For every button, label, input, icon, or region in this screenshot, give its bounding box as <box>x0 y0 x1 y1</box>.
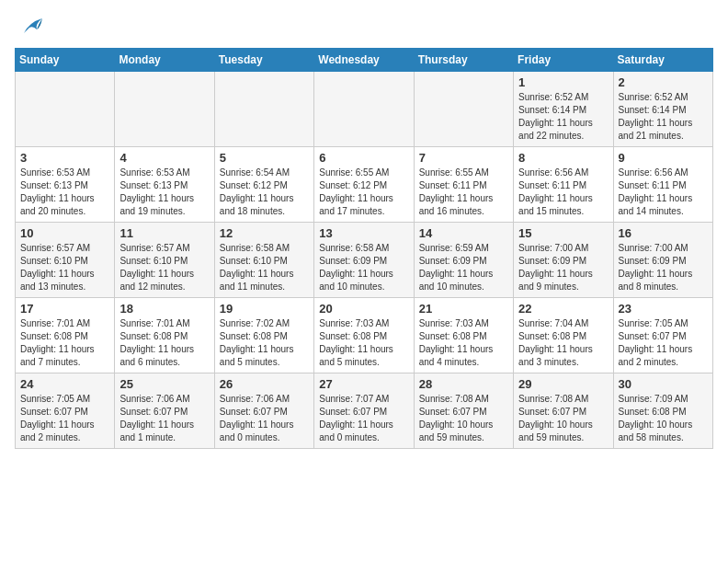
day-number: 23 <box>619 302 708 316</box>
day-number: 12 <box>220 226 309 240</box>
day-cell: 15Sunrise: 7:00 AM Sunset: 6:09 PM Dayli… <box>514 223 613 298</box>
calendar-table: SundayMondayTuesdayWednesdayThursdayFrid… <box>15 48 713 449</box>
day-info: Sunrise: 7:08 AM Sunset: 6:07 PM Dayligh… <box>518 393 608 444</box>
day-number: 21 <box>419 302 508 316</box>
day-cell <box>115 72 214 147</box>
day-cell: 22Sunrise: 7:04 AM Sunset: 6:08 PM Dayli… <box>514 298 613 373</box>
day-number: 25 <box>119 377 209 391</box>
day-number: 24 <box>20 377 109 391</box>
header-row: SundayMondayTuesdayWednesdayThursdayFrid… <box>16 49 713 72</box>
day-cell: 1Sunrise: 6:52 AM Sunset: 6:14 PM Daylig… <box>514 72 613 147</box>
day-number: 26 <box>220 377 309 391</box>
day-cell: 3Sunrise: 6:53 AM Sunset: 6:13 PM Daylig… <box>16 147 115 223</box>
day-info: Sunrise: 7:05 AM Sunset: 6:07 PM Dayligh… <box>619 317 708 369</box>
logo-bird-icon <box>17 15 44 40</box>
day-info: Sunrise: 7:06 AM Sunset: 6:07 PM Dayligh… <box>220 393 309 444</box>
day-info: Sunrise: 6:57 AM Sunset: 6:10 PM Dayligh… <box>20 242 109 293</box>
page-header <box>15 15 713 40</box>
day-cell: 20Sunrise: 7:03 AM Sunset: 6:08 PM Dayli… <box>314 298 414 373</box>
day-number: 11 <box>119 226 209 240</box>
day-cell: 5Sunrise: 6:54 AM Sunset: 6:12 PM Daylig… <box>214 147 313 223</box>
day-number: 16 <box>619 226 708 240</box>
day-info: Sunrise: 7:08 AM Sunset: 6:07 PM Dayligh… <box>419 393 508 444</box>
day-number: 15 <box>518 226 608 240</box>
day-cell: 8Sunrise: 6:56 AM Sunset: 6:11 PM Daylig… <box>514 147 613 223</box>
day-number: 28 <box>419 377 508 391</box>
day-info: Sunrise: 7:02 AM Sunset: 6:08 PM Dayligh… <box>220 317 309 369</box>
day-info: Sunrise: 6:53 AM Sunset: 6:13 PM Dayligh… <box>119 167 209 218</box>
day-cell: 19Sunrise: 7:02 AM Sunset: 6:08 PM Dayli… <box>214 298 313 373</box>
day-cell: 10Sunrise: 6:57 AM Sunset: 6:10 PM Dayli… <box>16 223 115 298</box>
day-number: 29 <box>518 377 608 391</box>
day-cell: 23Sunrise: 7:05 AM Sunset: 6:07 PM Dayli… <box>613 298 712 373</box>
day-cell: 16Sunrise: 7:00 AM Sunset: 6:09 PM Dayli… <box>613 223 712 298</box>
day-number: 1 <box>518 75 608 89</box>
day-info: Sunrise: 6:56 AM Sunset: 6:11 PM Dayligh… <box>619 167 708 218</box>
day-info: Sunrise: 7:01 AM Sunset: 6:08 PM Dayligh… <box>119 317 209 369</box>
day-number: 14 <box>419 226 508 240</box>
day-cell: 17Sunrise: 7:01 AM Sunset: 6:08 PM Dayli… <box>16 298 115 373</box>
day-number: 5 <box>220 151 309 165</box>
day-info: Sunrise: 6:57 AM Sunset: 6:10 PM Dayligh… <box>119 242 209 293</box>
day-cell: 9Sunrise: 6:56 AM Sunset: 6:11 PM Daylig… <box>613 147 712 223</box>
day-cell: 12Sunrise: 6:58 AM Sunset: 6:10 PM Dayli… <box>214 223 313 298</box>
day-cell: 6Sunrise: 6:55 AM Sunset: 6:12 PM Daylig… <box>314 147 414 223</box>
day-info: Sunrise: 6:56 AM Sunset: 6:11 PM Dayligh… <box>518 167 608 218</box>
day-number: 2 <box>619 75 708 89</box>
header-cell-monday: Monday <box>115 49 214 72</box>
day-cell: 18Sunrise: 7:01 AM Sunset: 6:08 PM Dayli… <box>115 298 214 373</box>
day-cell: 13Sunrise: 6:58 AM Sunset: 6:09 PM Dayli… <box>314 223 414 298</box>
header-cell-sunday: Sunday <box>16 49 115 72</box>
day-info: Sunrise: 7:05 AM Sunset: 6:07 PM Dayligh… <box>20 393 109 444</box>
day-info: Sunrise: 7:01 AM Sunset: 6:08 PM Dayligh… <box>20 317 109 369</box>
day-cell: 30Sunrise: 7:09 AM Sunset: 6:08 PM Dayli… <box>613 373 712 449</box>
day-cell: 27Sunrise: 7:07 AM Sunset: 6:07 PM Dayli… <box>314 373 414 449</box>
day-cell <box>414 72 513 147</box>
day-info: Sunrise: 7:09 AM Sunset: 6:08 PM Dayligh… <box>619 393 708 444</box>
day-info: Sunrise: 7:03 AM Sunset: 6:08 PM Dayligh… <box>319 317 408 369</box>
day-info: Sunrise: 7:04 AM Sunset: 6:08 PM Dayligh… <box>518 317 608 369</box>
day-info: Sunrise: 6:55 AM Sunset: 6:11 PM Dayligh… <box>419 167 508 218</box>
day-info: Sunrise: 7:00 AM Sunset: 6:09 PM Dayligh… <box>518 242 608 293</box>
day-info: Sunrise: 6:52 AM Sunset: 6:14 PM Dayligh… <box>619 91 708 143</box>
day-number: 22 <box>518 302 608 316</box>
week-row-4: 17Sunrise: 7:01 AM Sunset: 6:08 PM Dayli… <box>16 298 713 373</box>
day-cell: 11Sunrise: 6:57 AM Sunset: 6:10 PM Dayli… <box>115 223 214 298</box>
day-number: 6 <box>319 151 408 165</box>
day-cell <box>314 72 414 147</box>
day-cell <box>214 72 313 147</box>
header-cell-wednesday: Wednesday <box>314 49 414 72</box>
day-info: Sunrise: 6:53 AM Sunset: 6:13 PM Dayligh… <box>20 167 109 218</box>
calendar-body: 1Sunrise: 6:52 AM Sunset: 6:14 PM Daylig… <box>16 72 713 449</box>
day-info: Sunrise: 6:59 AM Sunset: 6:09 PM Dayligh… <box>419 242 508 293</box>
day-number: 9 <box>619 151 708 165</box>
day-cell: 7Sunrise: 6:55 AM Sunset: 6:11 PM Daylig… <box>414 147 513 223</box>
day-number: 17 <box>20 302 109 316</box>
day-cell <box>16 72 115 147</box>
day-number: 7 <box>419 151 508 165</box>
day-number: 3 <box>20 151 109 165</box>
day-info: Sunrise: 7:00 AM Sunset: 6:09 PM Dayligh… <box>619 242 708 293</box>
header-cell-friday: Friday <box>514 49 613 72</box>
calendar-header: SundayMondayTuesdayWednesdayThursdayFrid… <box>16 49 713 72</box>
week-row-5: 24Sunrise: 7:05 AM Sunset: 6:07 PM Dayli… <box>16 373 713 449</box>
day-number: 18 <box>119 302 209 316</box>
week-row-3: 10Sunrise: 6:57 AM Sunset: 6:10 PM Dayli… <box>16 223 713 298</box>
day-cell: 24Sunrise: 7:05 AM Sunset: 6:07 PM Dayli… <box>16 373 115 449</box>
day-number: 20 <box>319 302 408 316</box>
day-number: 13 <box>319 226 408 240</box>
header-cell-tuesday: Tuesday <box>214 49 313 72</box>
day-number: 10 <box>20 226 109 240</box>
day-cell: 28Sunrise: 7:08 AM Sunset: 6:07 PM Dayli… <box>414 373 513 449</box>
day-info: Sunrise: 6:52 AM Sunset: 6:14 PM Dayligh… <box>518 91 608 143</box>
header-cell-saturday: Saturday <box>613 49 712 72</box>
day-cell: 4Sunrise: 6:53 AM Sunset: 6:13 PM Daylig… <box>115 147 214 223</box>
day-number: 8 <box>518 151 608 165</box>
week-row-1: 1Sunrise: 6:52 AM Sunset: 6:14 PM Daylig… <box>16 72 713 147</box>
day-info: Sunrise: 7:06 AM Sunset: 6:07 PM Dayligh… <box>119 393 209 444</box>
day-number: 27 <box>319 377 408 391</box>
day-cell: 14Sunrise: 6:59 AM Sunset: 6:09 PM Dayli… <box>414 223 513 298</box>
day-cell: 26Sunrise: 7:06 AM Sunset: 6:07 PM Dayli… <box>214 373 313 449</box>
day-info: Sunrise: 6:54 AM Sunset: 6:12 PM Dayligh… <box>220 167 309 218</box>
header-cell-thursday: Thursday <box>414 49 513 72</box>
